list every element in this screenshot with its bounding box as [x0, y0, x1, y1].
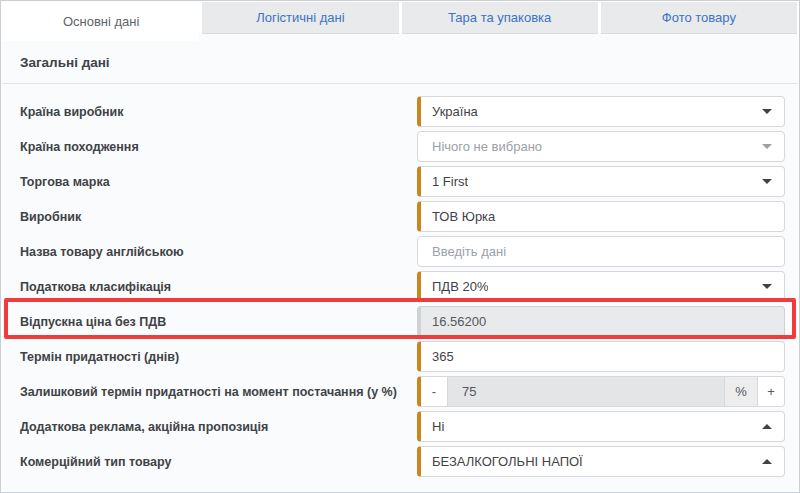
row-remaining-shelf-life: Залишковий термін придатності на момент … [2, 374, 798, 409]
field-label: Термін придатності (днів) [20, 350, 417, 364]
additional-promo-select[interactable]: Ні [417, 411, 785, 442]
select-value: ПДВ 20% [432, 279, 488, 294]
chevron-down-icon [762, 144, 772, 149]
tab-bar: Основні дані Логістичні дані Тара та упа… [1, 1, 799, 34]
chevron-up-icon [762, 424, 772, 429]
row-commercial-product-type: Комерційний тип товару БЕЗАЛКОГОЛЬНІ НАП… [2, 444, 798, 479]
remaining-shelf-life-stepper: - 75 % + [417, 376, 785, 407]
tab-logistics-data[interactable]: Логістичні дані [202, 2, 398, 34]
field-label: Країна виробник [20, 105, 417, 119]
row-tax-classification: Податкова класифікація ПДВ 20% [2, 269, 798, 304]
row-shelf-life-days: Термін придатності (днів) [2, 339, 798, 374]
tax-classification-select[interactable]: ПДВ 20% [417, 271, 785, 302]
row-price-without-vat: Відпускна ціна без ПДВ [2, 304, 798, 339]
field-label: Податкова класифікація [20, 280, 417, 294]
select-value: Україна [432, 104, 478, 119]
chevron-down-icon [762, 284, 772, 289]
trademark-select[interactable]: 1 First [417, 166, 785, 197]
chevron-down-icon [762, 109, 772, 114]
chevron-up-icon [762, 459, 772, 464]
select-placeholder: Нічого не вибрано [432, 139, 542, 154]
field-label: Торгова марка [20, 175, 417, 189]
decrement-button[interactable]: - [421, 377, 448, 406]
product-card-window: Основні дані Логістичні дані Тара та упа… [0, 0, 800, 493]
section-title: Загальні дані [2, 34, 798, 84]
product-name-english-input[interactable] [417, 236, 785, 267]
tab-tare-packaging[interactable]: Тара та упаковка [402, 2, 598, 34]
country-producer-select[interactable]: Україна [417, 96, 785, 127]
select-value: Ні [432, 419, 444, 434]
tab-product-photo[interactable]: Фото товару [601, 2, 797, 34]
select-value: 1 First [432, 174, 468, 189]
price-without-vat-input [417, 306, 785, 337]
field-label: Комерційний тип товару [20, 455, 417, 469]
form-rows: Країна виробник Україна Країна походженн… [2, 84, 798, 479]
row-country-producer: Країна виробник Україна [2, 94, 798, 129]
row-country-origin: Країна походження Нічого не вибрано [2, 129, 798, 164]
select-value: БЕЗАЛКОГОЛЬНІ НАПОЇ [432, 454, 583, 469]
commercial-product-type-select[interactable]: БЕЗАЛКОГОЛЬНІ НАПОЇ [417, 446, 785, 477]
stepper-value: 75 [448, 377, 724, 406]
increment-button[interactable]: + [757, 377, 784, 406]
chevron-down-icon [762, 179, 772, 184]
row-product-name-english: Назва товару англійською [2, 234, 798, 269]
field-label: Назва товару англійською [20, 245, 417, 259]
row-manufacturer: Виробник [2, 199, 798, 234]
tab-main-data[interactable]: Основні дані [3, 2, 199, 41]
main-data-panel: Загальні дані Країна виробник Україна Кр… [2, 34, 798, 491]
shelf-life-days-input[interactable] [417, 341, 785, 372]
manufacturer-input[interactable] [417, 201, 785, 232]
row-additional-promo: Додаткова реклама, акційна пропозиція Ні [2, 409, 798, 444]
field-label: Виробник [20, 210, 417, 224]
field-label: Залишковий термін придатності на момент … [20, 385, 417, 399]
row-trademark: Торгова марка 1 First [2, 164, 798, 199]
country-origin-select[interactable]: Нічого не вибрано [417, 131, 785, 162]
field-label: Відпускна ціна без ПДВ [20, 315, 417, 329]
field-label: Додаткова реклама, акційна пропозиція [20, 420, 417, 434]
percent-unit-label: % [724, 377, 757, 406]
field-label: Країна походження [20, 140, 417, 154]
